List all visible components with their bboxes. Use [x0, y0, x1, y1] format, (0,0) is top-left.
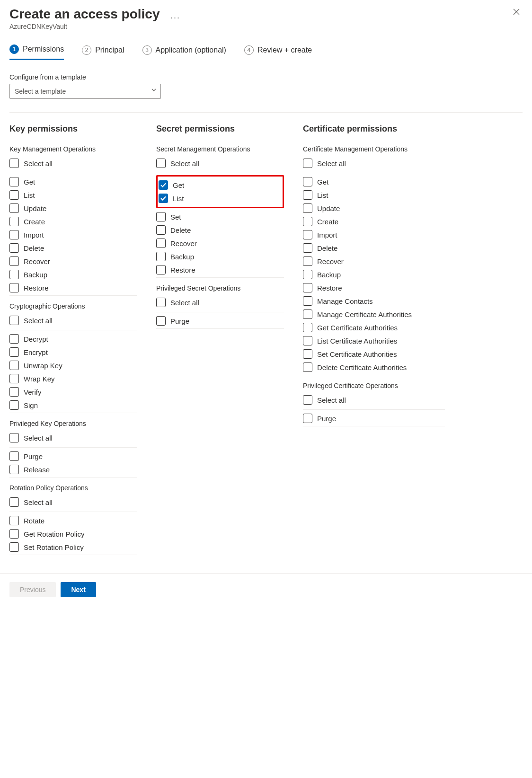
permission-checkbox[interactable]: Set Rotation Policy — [9, 540, 137, 554]
checkbox[interactable] — [303, 256, 312, 266]
checkbox[interactable] — [303, 177, 312, 186]
more-icon[interactable]: ··· — [170, 13, 180, 22]
permission-checkbox[interactable]: Set Certificate Authorities — [303, 347, 445, 361]
checkbox[interactable] — [303, 283, 312, 292]
checkbox[interactable] — [9, 433, 19, 442]
permission-checkbox[interactable]: Create — [9, 215, 137, 228]
checkbox[interactable] — [303, 296, 312, 306]
permission-checkbox[interactable]: Manage Certificate Authorities — [303, 308, 445, 321]
permission-checkbox[interactable]: Rotate — [9, 514, 137, 527]
permission-checkbox[interactable]: Import — [9, 228, 137, 241]
checkbox[interactable] — [303, 349, 312, 359]
permission-checkbox[interactable]: Update — [9, 202, 137, 215]
checkbox[interactable] — [9, 516, 19, 525]
checkbox[interactable] — [9, 334, 19, 344]
checkbox[interactable] — [9, 497, 19, 507]
permission-checkbox[interactable]: Verify — [9, 385, 137, 398]
permission-checkbox[interactable]: Purge — [9, 450, 137, 463]
checkbox[interactable] — [303, 323, 312, 332]
template-select[interactable]: Select a template — [9, 84, 161, 99]
checkbox[interactable] — [9, 217, 19, 226]
checkbox[interactable] — [303, 159, 312, 168]
checkbox[interactable] — [9, 270, 19, 279]
permission-checkbox[interactable]: Create — [303, 215, 445, 228]
permission-checkbox[interactable]: Purge — [303, 412, 445, 425]
checkbox[interactable] — [156, 316, 166, 326]
select-all-checkbox[interactable]: Select all — [303, 393, 445, 407]
checkbox[interactable] — [9, 361, 19, 370]
select-all-checkbox[interactable]: Select all — [9, 314, 137, 327]
permission-checkbox[interactable]: Backup — [303, 268, 445, 281]
checkbox[interactable] — [303, 217, 312, 226]
checkbox[interactable] — [156, 239, 166, 248]
permission-checkbox[interactable]: Delete — [303, 241, 445, 255]
checkbox[interactable] — [303, 309, 312, 319]
permission-checkbox[interactable]: Recover — [303, 255, 445, 268]
permission-checkbox[interactable]: Recover — [156, 237, 284, 250]
checkbox[interactable] — [156, 265, 166, 274]
permission-checkbox[interactable]: Backup — [156, 250, 284, 263]
permission-checkbox[interactable]: Unwrap Key — [9, 359, 137, 372]
close-icon[interactable] — [510, 5, 523, 19]
checkbox[interactable] — [303, 203, 312, 213]
checkbox[interactable] — [9, 177, 19, 186]
select-all-checkbox[interactable]: Select all — [9, 431, 137, 444]
permission-checkbox[interactable]: Recover — [9, 255, 137, 268]
tab-review-create[interactable]: 4 Review + create — [244, 42, 312, 60]
permission-checkbox[interactable]: Get Rotation Policy — [9, 527, 137, 540]
checkbox[interactable] — [9, 347, 19, 357]
permission-checkbox[interactable]: List Certificate Authorities — [303, 334, 445, 347]
select-all-checkbox[interactable]: Select all — [9, 157, 137, 170]
select-all-checkbox[interactable]: Select all — [303, 157, 445, 170]
checkbox[interactable] — [156, 298, 166, 307]
checkbox[interactable] — [303, 336, 312, 345]
permission-checkbox[interactable]: List — [303, 188, 445, 202]
checkbox[interactable] — [9, 529, 19, 539]
checkbox[interactable] — [9, 243, 19, 253]
permission-checkbox[interactable]: Manage Contacts — [303, 294, 445, 308]
checkbox[interactable] — [156, 225, 166, 235]
checkbox[interactable] — [303, 362, 312, 372]
checkbox[interactable] — [9, 256, 19, 266]
select-all-checkbox[interactable]: Select all — [156, 296, 284, 309]
permission-checkbox[interactable]: Delete — [9, 241, 137, 255]
select-all-checkbox[interactable]: Select all — [156, 157, 284, 170]
permission-checkbox[interactable]: Wrap Key — [9, 372, 137, 385]
checkbox[interactable] — [9, 203, 19, 213]
select-all-checkbox[interactable]: Select all — [9, 495, 137, 509]
permission-checkbox[interactable]: Get Certificate Authorities — [303, 321, 445, 334]
tab-principal[interactable]: 2 Principal — [82, 42, 124, 60]
checkbox[interactable] — [303, 190, 312, 200]
permission-checkbox[interactable]: Backup — [9, 268, 137, 281]
checkbox[interactable] — [156, 252, 166, 261]
permission-checkbox[interactable]: Sign — [9, 398, 137, 412]
permission-checkbox[interactable]: Delete Certificate Authorities — [303, 361, 445, 374]
checkbox[interactable] — [9, 387, 19, 397]
tab-application-optional-[interactable]: 3 Application (optional) — [142, 42, 226, 60]
permission-checkbox[interactable]: Update — [303, 202, 445, 215]
permission-checkbox[interactable]: Restore — [156, 263, 284, 276]
checkbox[interactable] — [159, 180, 168, 190]
checkbox[interactable] — [9, 190, 19, 200]
checkbox[interactable] — [303, 230, 312, 239]
checkbox[interactable] — [9, 159, 19, 168]
permission-checkbox[interactable]: Import — [303, 228, 445, 241]
permission-checkbox[interactable]: List — [9, 188, 137, 202]
permission-checkbox[interactable]: Decrypt — [9, 332, 137, 345]
permission-checkbox[interactable]: Set — [156, 210, 284, 223]
checkbox[interactable] — [303, 395, 312, 405]
tab-permissions[interactable]: 1 Permissions — [9, 42, 64, 60]
checkbox[interactable] — [156, 159, 166, 168]
permission-checkbox[interactable]: Restore — [303, 281, 445, 294]
permission-checkbox[interactable]: Get — [159, 178, 282, 192]
permission-checkbox[interactable]: Encrypt — [9, 345, 137, 359]
checkbox[interactable] — [303, 414, 312, 423]
checkbox[interactable] — [9, 451, 19, 461]
permission-checkbox[interactable]: Delete — [156, 223, 284, 237]
checkbox[interactable] — [9, 230, 19, 239]
permission-checkbox[interactable]: Get — [9, 175, 137, 188]
permission-checkbox[interactable]: Purge — [156, 314, 284, 327]
permission-checkbox[interactable]: List — [159, 192, 282, 205]
checkbox[interactable] — [159, 194, 168, 203]
checkbox[interactable] — [9, 283, 19, 292]
